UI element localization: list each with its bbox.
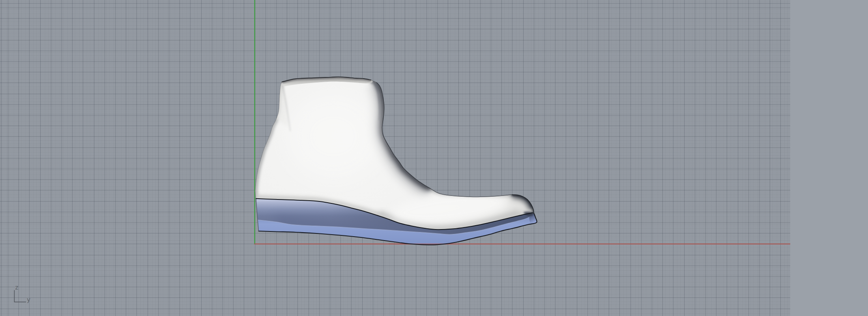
axis-gizmo-y-label: y — [27, 296, 30, 303]
cad-viewport[interactable]: z y — [0, 0, 868, 316]
boot-last-model[interactable] — [255, 77, 537, 245]
axis-gizmo-z-label: z — [15, 284, 19, 291]
axis-gizmo: z y — [14, 284, 30, 303]
axis-gizmo-lines — [14, 290, 26, 302]
last-highlight — [286, 93, 381, 180]
scene-svg: z y — [0, 0, 868, 316]
